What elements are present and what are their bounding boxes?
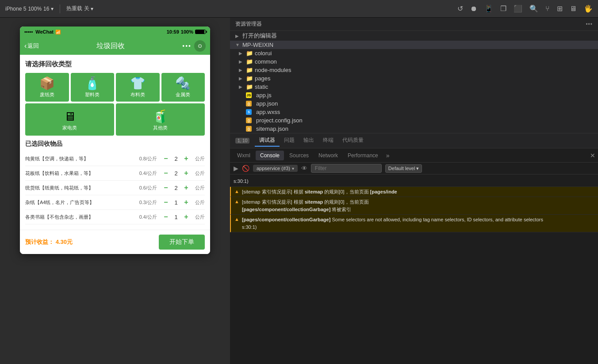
console-warning-3: ▲ [pages/component/collectionGarbage] So…: [230, 215, 598, 232]
tab-wxml[interactable]: Wxml: [233, 151, 255, 160]
signal-dots: •••••: [24, 29, 33, 34]
file-projectconfig[interactable]: {} project.config.json: [230, 116, 598, 125]
battery-fill: [196, 30, 204, 34]
item-row: 杂纸【A4纸，名片，广告页等】 0.3/公斤 − 1 + 公斤: [25, 195, 205, 210]
category-item-plastic[interactable]: 🧴 塑料类: [71, 73, 115, 102]
item-controls-0: − 2 + 公斤: [161, 154, 205, 163]
device-icon[interactable]: 📱: [484, 4, 493, 13]
message-text: [sitemap 索引情况提示] 根据 sitemap 的规则[0]，当前页面 …: [242, 188, 594, 196]
tab-quality[interactable]: 代码质量: [338, 135, 368, 147]
tab-terminal[interactable]: 终端: [318, 135, 338, 147]
submit-button[interactable]: 开始下单: [159, 235, 205, 250]
tab-output[interactable]: 输出: [299, 135, 318, 147]
item-row: 纯黄纸【空调，快递箱，等】 0.8/公斤 − 2 + 公斤: [25, 152, 205, 166]
device-name: iPhone 5: [5, 6, 26, 12]
console-warning-1: ▲ [sitemap 索引情况提示] 根据 sitemap 的规则[0]，当前页…: [230, 187, 598, 197]
chevron-down-icon: ▾: [292, 166, 294, 171]
nav-dots[interactable]: •••: [182, 42, 192, 49]
duplicate-icon[interactable]: ❐: [500, 4, 506, 13]
back-label: 返回: [27, 42, 39, 50]
search-icon[interactable]: 🔍: [529, 4, 538, 13]
log-level-label: Default level: [388, 166, 415, 171]
folder-colorui[interactable]: ▶ 📁 colorui: [230, 49, 598, 57]
appservice-selector[interactable]: appservice (#3) ▾: [253, 165, 298, 172]
folder-name: common: [255, 58, 277, 65]
back-button[interactable]: ‹ 返回: [24, 42, 39, 50]
camera-button[interactable]: ⊙: [194, 40, 206, 52]
folder-pages[interactable]: ▶ 📁 pages: [230, 74, 598, 83]
close-panel-icon[interactable]: ✕: [590, 152, 595, 159]
category-item-appliance[interactable]: 🖥 家电类: [25, 103, 114, 136]
category-item-fabric[interactable]: 👕 布料类: [116, 73, 160, 102]
tab-performance[interactable]: Performance: [343, 151, 383, 160]
category-grid-2: 🖥 家电类 🧃 其他类: [25, 103, 205, 136]
item-row: 花板纸【饮料箱，水果箱，等】 0.4/公斤 − 2 + 公斤: [25, 166, 205, 181]
item-name-0: 纯黄纸【空调，快递箱，等】: [25, 155, 139, 162]
js-file-icon: JS: [246, 92, 252, 98]
console-messages: s:30:1) ▲ [sitemap 索引情况提示] 根据 sitemap 的规…: [230, 174, 598, 364]
other-label: 其他类: [153, 125, 168, 131]
log-level-selector[interactable]: Default level ▾: [385, 164, 422, 173]
explorer-more-icon[interactable]: •••: [586, 21, 593, 27]
file-appjs[interactable]: JS app.js: [230, 91, 598, 99]
increase-btn-4[interactable]: +: [182, 212, 191, 221]
refresh-icon[interactable]: ↺: [457, 4, 463, 13]
back-arrow-icon: ‹: [24, 42, 27, 50]
tab-console[interactable]: Console: [256, 151, 284, 160]
arrow-icon: ▶: [235, 34, 241, 38]
increase-btn-3[interactable]: +: [182, 198, 191, 207]
hotreload-selector[interactable]: 热重载 关 ▾: [66, 5, 93, 12]
hand-icon[interactable]: 🖐: [584, 4, 593, 13]
file-appjson[interactable]: {} app.json: [230, 99, 598, 108]
item-controls-1: − 2 + 公斤: [161, 169, 205, 178]
filter-input[interactable]: [311, 164, 382, 173]
item-qty-3: 1: [173, 199, 179, 206]
folder-common[interactable]: ▶ 📁 common: [230, 57, 598, 66]
tab-issues[interactable]: 问题: [280, 135, 299, 147]
tab-sources[interactable]: Sources: [285, 151, 313, 160]
file-name: app.wxss: [256, 109, 280, 115]
category-section-title: 请选择回收类型: [25, 60, 205, 68]
file-sitemap[interactable]: {} sitemap.json: [230, 125, 598, 133]
item-row: 各类书籍【不包含杂志，画册】 0.4/公斤 − 1 + 公斤: [25, 210, 205, 224]
run-button[interactable]: ▶: [234, 165, 238, 172]
monitor-icon[interactable]: 🖥: [570, 5, 577, 13]
fabric-icon: 👕: [130, 77, 146, 90]
eye-icon[interactable]: 👁: [301, 165, 307, 172]
item-name-3: 杂纸【A4纸，名片，广告页等】: [25, 199, 139, 205]
increase-btn-2[interactable]: +: [182, 183, 191, 192]
grid-icon[interactable]: ⊞: [557, 4, 563, 13]
stop-button[interactable]: 🚫: [242, 165, 249, 172]
message-text: [sitemap 索引情况提示] 根据 sitemap 的规则[0]，当前页面 …: [242, 198, 594, 213]
decrease-btn-4[interactable]: −: [161, 212, 170, 221]
status-left: ••••• WeChat 📶: [24, 29, 61, 34]
device-selector[interactable]: iPhone 5 100% 16 ▾: [5, 6, 54, 12]
footer-earnings: 预计收益： 4.30元: [25, 238, 159, 246]
record-icon[interactable]: ⏺: [470, 5, 477, 13]
hotreload-label: 热重载 关: [66, 5, 89, 12]
decrease-btn-2[interactable]: −: [161, 183, 170, 192]
tab-network[interactable]: Network: [314, 151, 342, 160]
increase-btn-0[interactable]: +: [182, 154, 191, 163]
battery-pct: 100%: [181, 29, 193, 34]
decrease-btn-1[interactable]: −: [161, 169, 170, 178]
category-item-metal[interactable]: 🔩 金属类: [161, 73, 205, 102]
metal-label: 金属类: [176, 91, 190, 98]
increase-btn-1[interactable]: +: [182, 169, 191, 178]
compile-icon[interactable]: ⬛: [514, 4, 522, 13]
root-folder-item[interactable]: ▼ MP-WEIXIN: [230, 41, 598, 49]
folder-static[interactable]: ▶ 📁 static: [230, 83, 598, 91]
category-item-other[interactable]: 🧃 其他类: [116, 103, 205, 136]
category-item-paper[interactable]: 📦 废纸类: [25, 73, 69, 102]
tab-debugger[interactable]: 调试器: [255, 135, 280, 147]
open-editors-item[interactable]: ▶ 打开的编辑器: [230, 31, 598, 41]
more-tabs-icon[interactable]: »: [383, 151, 392, 160]
toolbar-icons: ↺ ⏺ 📱 ❐ ⬛ 🔍 ⑂ ⊞ 🖥 🖐: [457, 4, 593, 13]
instance-id: 16: [43, 6, 49, 12]
decrease-btn-3[interactable]: −: [161, 198, 170, 207]
right-panel: 资源管理器 ••• ▶ 打开的编辑器 ▼ MP-WEIXIN ▶ 📁 color…: [230, 18, 598, 364]
branch-icon[interactable]: ⑂: [545, 5, 550, 13]
decrease-btn-0[interactable]: −: [161, 154, 170, 163]
folder-node-modules[interactable]: ▶ 📁 node-modules: [230, 66, 598, 74]
file-appwxss[interactable]: S app.wxss: [230, 108, 598, 116]
